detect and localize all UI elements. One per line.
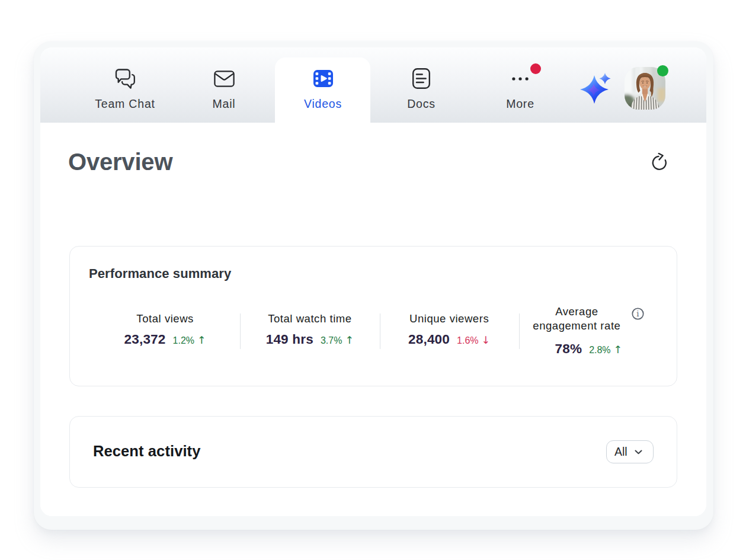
metric-change: 1.2%↑ xyxy=(173,334,206,346)
trend-arrow-icon: ↑ xyxy=(345,334,354,346)
metric-total-watch-time: Total watch time 149 hrs 3.7%↑ xyxy=(240,312,379,347)
metrics-row: Total views 23,372 1.2%↑ Total watch tim… xyxy=(101,294,658,365)
metric-value: 23,372 xyxy=(124,332,166,347)
metric-change: 1.6%↓ xyxy=(457,334,490,346)
metric-value-row: 23,372 1.2%↑ xyxy=(124,332,206,347)
performance-summary-title: Performance summary xyxy=(89,266,231,281)
metric-change: 2.8%↑ xyxy=(589,344,622,356)
tab-docs[interactable]: Docs xyxy=(374,47,469,123)
metric-value-row: 78% 2.8%↑ xyxy=(555,341,622,357)
refresh-icon xyxy=(651,153,668,171)
trend-arrow-icon: ↑ xyxy=(614,344,623,356)
metric-change-value: 1.2% xyxy=(173,335,194,345)
team-chat-icon xyxy=(114,68,136,89)
metric-value: 78% xyxy=(555,341,582,357)
metric-label: Total views xyxy=(136,312,194,326)
metric-label: Average engagement rate xyxy=(524,305,629,333)
metric-value: 149 hrs xyxy=(266,332,313,347)
tab-bar: Team Chat Mail xyxy=(40,47,706,123)
metric-change-value: 3.7% xyxy=(321,335,342,345)
app-window: Team Chat Mail xyxy=(34,41,713,530)
docs-icon xyxy=(412,68,430,89)
metric-change-value: 2.8% xyxy=(589,345,610,355)
tab-label: More xyxy=(506,97,534,111)
trend-arrow-icon: ↓ xyxy=(482,334,491,346)
info-icon[interactable]: i xyxy=(632,308,644,320)
main-content: Overview Performance summary Total views xyxy=(40,123,706,516)
tab-videos[interactable]: Videos xyxy=(276,47,370,123)
refresh-button[interactable] xyxy=(650,152,669,171)
tab-mail[interactable]: Mail xyxy=(177,47,271,123)
videos-icon xyxy=(313,68,333,89)
presence-indicator xyxy=(657,65,668,76)
more-icon xyxy=(510,68,530,89)
metric-label: Unique viewers xyxy=(409,312,489,326)
tab-label: Team Chat xyxy=(95,97,155,111)
metric-total-views: Total views 23,372 1.2%↑ xyxy=(95,312,235,347)
svg-text:i: i xyxy=(636,309,639,318)
tab-label: Videos xyxy=(304,97,342,111)
metric-change-value: 1.6% xyxy=(457,335,478,345)
activity-filter-dropdown[interactable]: All xyxy=(606,440,654,463)
metric-change: 3.7%↑ xyxy=(321,334,354,346)
sparkle-icon xyxy=(578,70,613,105)
recent-activity-title: Recent activity xyxy=(93,443,201,460)
performance-summary-card: Performance summary Total views 23,372 1… xyxy=(69,246,677,386)
tab-label: Docs xyxy=(407,97,436,111)
filter-label: All xyxy=(614,445,627,459)
metric-unique-viewers: Unique viewers 28,400 1.6%↓ xyxy=(380,312,519,347)
tab-label: Mail xyxy=(213,97,236,111)
tab-team-chat[interactable]: Team Chat xyxy=(78,47,172,123)
metric-label: Total watch time xyxy=(268,312,351,326)
trend-arrow-icon: ↑ xyxy=(197,334,206,346)
app-panel: Team Chat Mail xyxy=(40,47,706,516)
chevron-down-icon xyxy=(635,450,642,455)
tab-more[interactable]: More xyxy=(473,47,568,123)
metric-value-row: 149 hrs 3.7%↑ xyxy=(266,332,354,347)
metric-value-row: 28,400 1.6%↓ xyxy=(408,332,490,347)
ai-assistant-button[interactable] xyxy=(578,70,613,105)
notification-badge xyxy=(530,63,541,74)
metric-value: 28,400 xyxy=(408,332,450,347)
recent-activity-card: Recent activity All xyxy=(69,416,677,488)
mail-icon xyxy=(214,68,235,89)
page-title: Overview xyxy=(68,149,172,175)
